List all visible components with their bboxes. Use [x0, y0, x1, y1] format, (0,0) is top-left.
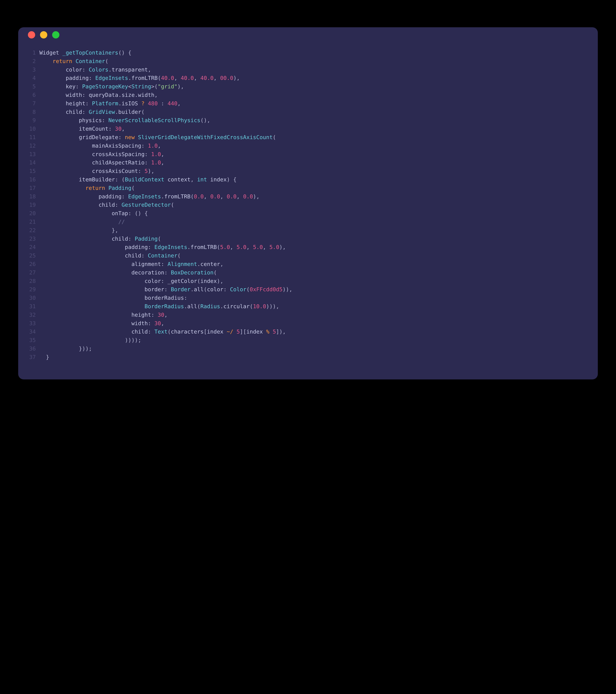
- code-line[interactable]: 15 crossAxisCount: 5),: [18, 167, 598, 175]
- token-type: Border: [171, 286, 191, 292]
- code-line[interactable]: 20 onTap: () {: [18, 209, 598, 218]
- token-prop: width: [131, 320, 148, 326]
- token-default: [39, 126, 79, 132]
- code-line[interactable]: 29 border: Border.all(color: Color(0xFFc…: [18, 285, 598, 294]
- code-line[interactable]: 27 decoration: BoxDecoration(: [18, 268, 598, 277]
- token-punct: .: [197, 261, 200, 267]
- code-line[interactable]: 14 childAspectRatio: 1.0,: [18, 158, 598, 167]
- token-default: all: [187, 303, 197, 309]
- line-number: 19: [18, 201, 39, 209]
- token-type: Padding: [135, 236, 158, 242]
- token-punct: [: [204, 329, 207, 335]
- code-line[interactable]: 10 itemCount: 30,: [18, 125, 598, 133]
- token-punct: ,: [122, 126, 125, 132]
- code-line[interactable]: 36 }));: [18, 344, 598, 353]
- token-prop: borderRadius: [145, 295, 184, 301]
- token-punct: :: [148, 320, 154, 326]
- code-line[interactable]: 34 child: Text(characters[index ~/ 5][in…: [18, 327, 598, 336]
- code-line[interactable]: 35 ))));: [18, 336, 598, 344]
- token-punct: :: [148, 244, 154, 250]
- token-default: [39, 117, 79, 123]
- code-line[interactable]: 2 return Container(: [18, 57, 598, 66]
- token-default: [39, 346, 79, 352]
- line-number: 27: [18, 268, 39, 277]
- code-line[interactable]: 17 return Padding(: [18, 184, 598, 192]
- code-line[interactable]: 23 child: Padding(: [18, 235, 598, 243]
- code-line[interactable]: 3 color: Colors.transparent,: [18, 66, 598, 74]
- token-keyword: return: [85, 185, 105, 191]
- code-line[interactable]: 13 crossAxisSpacing: 1.0,: [18, 150, 598, 159]
- line-number: 37: [18, 353, 39, 361]
- token-punct: ))));: [125, 337, 141, 343]
- token-number: 0.0: [243, 193, 253, 200]
- token-type: EdgeInsets: [95, 75, 128, 81]
- code-line[interactable]: 32 height: 30,: [18, 311, 598, 319]
- line-number: 29: [18, 285, 39, 294]
- token-punct: (: [197, 278, 200, 284]
- code-line[interactable]: 25 child: Container(: [18, 251, 598, 260]
- token-punct: :: [108, 126, 115, 132]
- line-number: 17: [18, 184, 39, 192]
- code-content: childAspectRatio: 1.0,: [39, 158, 164, 167]
- token-default: index: [207, 176, 227, 183]
- token-string: "grid": [158, 83, 177, 90]
- token-punct: :: [82, 109, 89, 115]
- token-punct: .: [128, 75, 131, 81]
- token-keyword: %: [266, 329, 270, 335]
- token-default: circular: [223, 303, 250, 309]
- token-type: Radius: [200, 303, 220, 309]
- code-content: padding: EdgeInsets.fromLTRB(40.0, 40.0,…: [39, 74, 240, 82]
- token-type: int: [197, 176, 207, 183]
- window-minimize-icon[interactable]: [40, 31, 47, 38]
- code-line[interactable]: 11 gridDelegate: new SliverGridDelegateW…: [18, 133, 598, 142]
- token-number: 480: [148, 100, 158, 107]
- line-number: 31: [18, 302, 39, 311]
- token-punct: ))),: [266, 303, 279, 309]
- token-type: SliverGridDelegateWithFixedCrossAxisCoun…: [138, 134, 273, 140]
- code-line[interactable]: 30 borderRadius:: [18, 294, 598, 302]
- token-punct: .: [118, 92, 122, 98]
- token-number: 0.0: [194, 193, 204, 200]
- token-prop: width: [66, 92, 82, 98]
- token-number: 40.0: [200, 75, 214, 81]
- code-line[interactable]: 18 padding: EdgeInsets.fromLTRB(0.0, 0.0…: [18, 192, 598, 201]
- token-default: [39, 159, 92, 166]
- token-punct: :: [102, 117, 108, 123]
- token-punct: :: [161, 261, 167, 267]
- code-editor[interactable]: 1Widget _getTopContainers() {2 return Co…: [18, 42, 598, 380]
- code-line[interactable]: 37 }: [18, 353, 598, 361]
- code-line[interactable]: 7 height: Platform.isIOS ? 480 : 440,: [18, 99, 598, 108]
- token-default: [39, 168, 92, 174]
- token-default: [39, 185, 85, 191]
- code-line[interactable]: 33 width: 30,: [18, 319, 598, 328]
- code-line[interactable]: 26 alignment: Alignment.center,: [18, 260, 598, 268]
- code-line[interactable]: 1Widget _getTopContainers() {: [18, 49, 598, 57]
- window-maximize-icon[interactable]: [52, 31, 59, 38]
- code-line[interactable]: 31 BorderRadius.all(Radius.circular(10.0…: [18, 302, 598, 311]
- code-line[interactable]: 28 color: _getColor(index),: [18, 277, 598, 285]
- token-type: Text: [155, 329, 168, 335]
- token-punct: }));: [79, 346, 92, 352]
- token-prop: childAspectRatio: [92, 159, 145, 166]
- code-line[interactable]: 9 physics: NeverScrollableScrollPhysics(…: [18, 116, 598, 125]
- token-number: 0xFFcdd0d5: [250, 286, 283, 292]
- token-punct: ,: [204, 193, 210, 200]
- token-punct: ,: [191, 176, 197, 183]
- code-line[interactable]: 22 },: [18, 226, 598, 235]
- code-line[interactable]: 12 mainAxisSpacing: 1.0,: [18, 142, 598, 150]
- line-number: 22: [18, 226, 39, 235]
- code-line[interactable]: 19 child: GestureDetector(: [18, 201, 598, 209]
- token-number: 40.0: [161, 75, 174, 81]
- code-window: 1Widget _getTopContainers() {2 return Co…: [18, 27, 598, 380]
- code-line[interactable]: 8 child: GridView.builder(: [18, 108, 598, 116]
- code-line[interactable]: 5 key: PageStorageKey<String>("grid"),: [18, 82, 598, 91]
- window-close-icon[interactable]: [28, 31, 35, 38]
- code-line[interactable]: 16 itemBuilder: (BuildContext context, i…: [18, 175, 598, 184]
- token-prop: key: [66, 83, 75, 90]
- code-line[interactable]: 21 //: [18, 218, 598, 226]
- code-line[interactable]: 4 padding: EdgeInsets.fromLTRB(40.0, 40.…: [18, 74, 598, 82]
- token-prop: itemCount: [79, 126, 108, 132]
- code-line[interactable]: 24 padding: EdgeInsets.fromLTRB(5.0, 5.0…: [18, 243, 598, 251]
- code-line[interactable]: 6 width: queryData.size.width,: [18, 91, 598, 99]
- token-type: BuildContext: [125, 176, 164, 183]
